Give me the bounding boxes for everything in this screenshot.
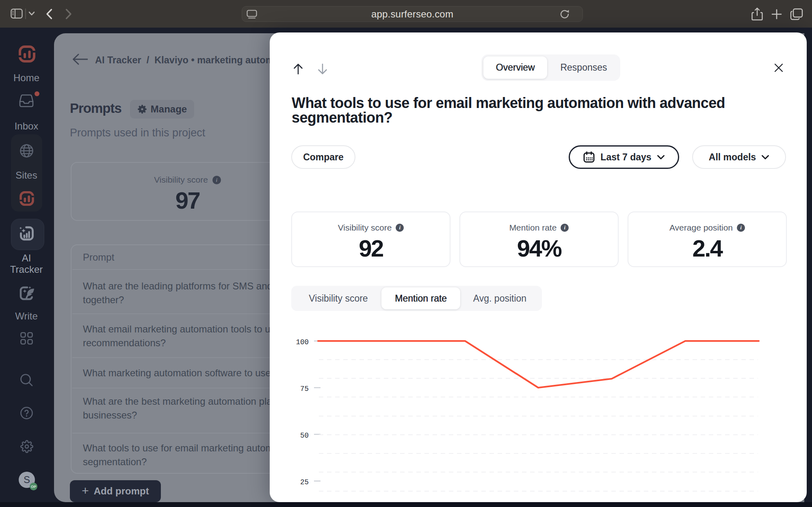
svg-text:50: 50 bbox=[300, 431, 309, 440]
svg-text:100: 100 bbox=[296, 338, 309, 346]
svg-text:75: 75 bbox=[300, 385, 309, 393]
svg-text:25: 25 bbox=[300, 478, 309, 486]
